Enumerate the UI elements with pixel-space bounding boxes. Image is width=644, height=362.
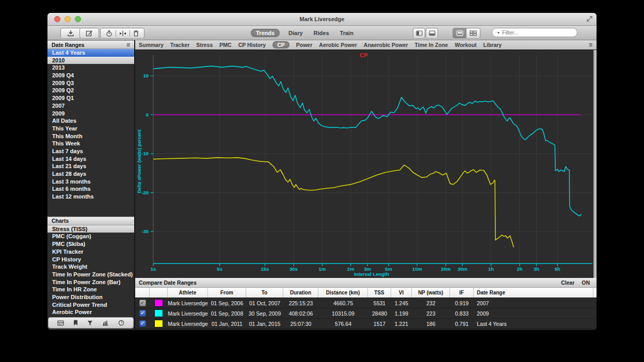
col-tss[interactable]: TSS — [368, 288, 391, 298]
trash-icon[interactable] — [133, 30, 139, 37]
chart-item-track-weight[interactable]: Track Weight — [47, 263, 134, 271]
bar-chart-icon[interactable] — [102, 320, 109, 326]
chart-item-pmc-skiba[interactable]: PMC (Skiba) — [47, 240, 134, 248]
col-if[interactable]: IF — [450, 288, 474, 298]
tiled-layout-button[interactable] — [466, 28, 480, 39]
close-button[interactable] — [54, 16, 60, 22]
sidebar-item-last-12-months[interactable]: Last 12 months — [47, 193, 134, 201]
svg-text:30s: 30s — [289, 266, 298, 272]
col-to[interactable]: To — [246, 288, 283, 298]
tab-anaerobic-power[interactable]: Anaerobic Power — [364, 42, 408, 48]
tab-workout[interactable]: Workout — [455, 42, 476, 48]
tab-summary[interactable]: Summary — [139, 42, 164, 48]
table-row[interactable]: Mark Liversedge 01 Jan, 2011 01 Jan, 201… — [135, 319, 597, 329]
table-row[interactable]: Mark Liversedge 01 Sep, 2008 30 Sep, 200… — [135, 308, 597, 319]
sidebar-item-last-7-days[interactable]: Last 7 days — [47, 147, 134, 155]
chevron-down-icon[interactable]: ▾ — [497, 30, 500, 35]
filter-funnel-icon[interactable] — [496, 30, 497, 35]
chart-item-pmc-coggan[interactable]: PMC (Coggan) — [47, 233, 134, 240]
tab-tracker[interactable]: Tracker — [170, 42, 189, 48]
title-bar[interactable]: Mark Liversedge — [47, 13, 597, 26]
download-button[interactable] — [60, 28, 81, 39]
table-row[interactable]: Mark Liversedge 01 Sep, 2006 01 Oct, 200… — [135, 298, 597, 308]
chart-item-tipz-stacked[interactable]: Time In Power Zone (Stacked) — [47, 271, 134, 278]
funnel-icon[interactable] — [87, 320, 93, 326]
sidebar-item-last-3-months[interactable]: Last 3 months — [47, 178, 134, 186]
sidebar-item-this-year[interactable]: This Year — [47, 125, 134, 133]
stopwatch-icon[interactable] — [106, 30, 112, 37]
sidebar-item-last-4-years[interactable]: Last 4 Years — [47, 49, 134, 57]
chart-item-critical-power-trend[interactable]: Critical Power Trend — [47, 301, 134, 309]
on-toggle[interactable]: ON — [582, 279, 590, 286]
tab-library[interactable]: Library — [484, 42, 502, 48]
chart-item-stress-tiss[interactable]: Stress (TISS) — [47, 225, 134, 233]
tab-power[interactable]: Power — [296, 42, 313, 48]
view-diary[interactable]: Diary — [286, 29, 305, 37]
tabbar-menu-icon[interactable]: ≡ — [589, 41, 592, 48]
series-color-swatch[interactable] — [154, 299, 163, 307]
sidebar-item-this-week[interactable]: This Week — [47, 140, 134, 147]
view-rides[interactable]: Rides — [312, 29, 331, 37]
toggle-bottombar-button[interactable] — [426, 28, 438, 39]
tab-stress[interactable]: Stress — [196, 42, 213, 48]
row-checkbox[interactable] — [139, 320, 146, 327]
row-checkbox[interactable] — [139, 300, 146, 306]
col-date-range[interactable]: Date Range — [474, 288, 593, 298]
chart-scrollbar[interactable] — [593, 50, 597, 278]
gauge-icon[interactable] — [118, 320, 124, 326]
col-from[interactable]: From — [208, 288, 246, 298]
sidebar-item-last-28-days[interactable]: Last 28 days — [47, 170, 134, 178]
cell-to: 01 Oct, 2007 — [246, 298, 283, 308]
calendar-icon[interactable] — [57, 320, 64, 326]
minimize-button[interactable] — [65, 16, 71, 22]
series-color-swatch[interactable] — [154, 309, 163, 317]
chart-item-aerobic-power[interactable]: Aerobic Power — [47, 308, 134, 316]
sidebar-item-2009-q1[interactable]: 2009 Q1 — [47, 94, 134, 102]
sidebar-item-2010[interactable]: 2010 — [47, 57, 134, 64]
series-color-swatch[interactable] — [154, 320, 163, 327]
sidebar-item-2009[interactable]: 2009 — [47, 110, 134, 118]
cell-from: 01 Jan, 2011 — [208, 319, 246, 328]
chart-item-kpi-tracker[interactable]: KPI Tracker — [47, 248, 134, 256]
col-athlete[interactable]: Athlete — [168, 288, 208, 298]
tab-time-in-zone[interactable]: Time In Zone — [415, 42, 448, 48]
sidebar-item-2009-q4[interactable]: 2009 Q4 — [47, 72, 134, 79]
tab-pmc[interactable]: PMC — [219, 42, 231, 48]
tab-aerobic-power[interactable]: Aerobic Power — [319, 42, 357, 48]
sidebar-item-2007[interactable]: 2007 — [47, 102, 134, 110]
menu-icon[interactable]: ≡ — [126, 41, 130, 48]
chart-item-time-in-hr-zone[interactable]: Time In HR Zone — [47, 286, 134, 293]
view-train[interactable]: Train — [338, 29, 356, 37]
sidebar-item-last-14-days[interactable]: Last 14 days — [47, 155, 134, 163]
sidebar-item-2013[interactable]: 2013 — [47, 64, 134, 72]
sidebar-item-last-21-days[interactable]: Last 21 days — [47, 162, 134, 170]
app-window: Mark Liversedge — [47, 13, 597, 330]
view-trends[interactable]: Trends — [251, 29, 280, 37]
col-duration[interactable]: Duration — [283, 288, 318, 298]
edit-button[interactable] — [79, 28, 99, 39]
filter-input[interactable] — [501, 29, 573, 36]
chart-item-cp-history[interactable]: CP History — [47, 256, 134, 264]
clear-button[interactable]: Clear — [561, 279, 574, 286]
bookmark-icon[interactable] — [73, 320, 78, 326]
sidebar-item-last-6-months[interactable]: Last 6 months — [47, 185, 134, 193]
cell-if: 0.833 — [450, 308, 474, 318]
tab-cp[interactable]: CP — [272, 41, 289, 48]
chart-item-power-distribution[interactable]: Power Distribution — [47, 293, 134, 301]
split-icon[interactable] — [119, 30, 126, 37]
sidebar-item-this-month[interactable]: This Month — [47, 133, 134, 140]
sidebar-item-all-dates[interactable]: All Dates — [47, 117, 134, 125]
chart-item-tipz-bar[interactable]: Time In Power Zone (Bar) — [47, 278, 134, 286]
tab-cp-history[interactable]: CP History — [238, 42, 266, 48]
row-checkbox[interactable] — [139, 310, 146, 317]
zoom-button[interactable] — [75, 16, 81, 22]
single-layout-button[interactable] — [453, 28, 467, 39]
expand-icon[interactable] — [586, 15, 593, 22]
toggle-sidebar-button[interactable] — [413, 28, 425, 39]
col-np[interactable]: NP (watts) — [412, 288, 450, 298]
filter-field[interactable]: ▾ — [492, 28, 577, 37]
sidebar-item-2009-q3[interactable]: 2009 Q3 — [47, 79, 134, 87]
col-distance[interactable]: Distance (km) — [318, 288, 368, 298]
sidebar-item-2009-q2[interactable]: 2009 Q2 — [47, 87, 134, 94]
col-vi[interactable]: VI — [391, 288, 412, 298]
